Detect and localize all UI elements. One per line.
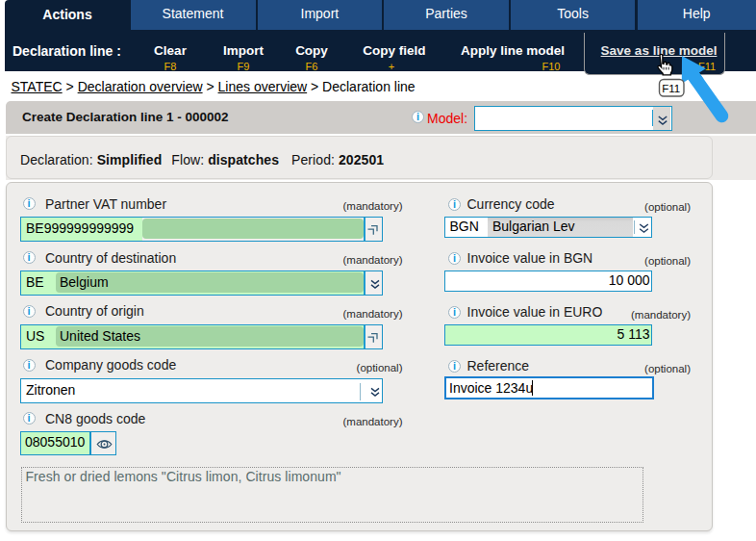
svg-text:F11: F11 <box>662 83 680 94</box>
